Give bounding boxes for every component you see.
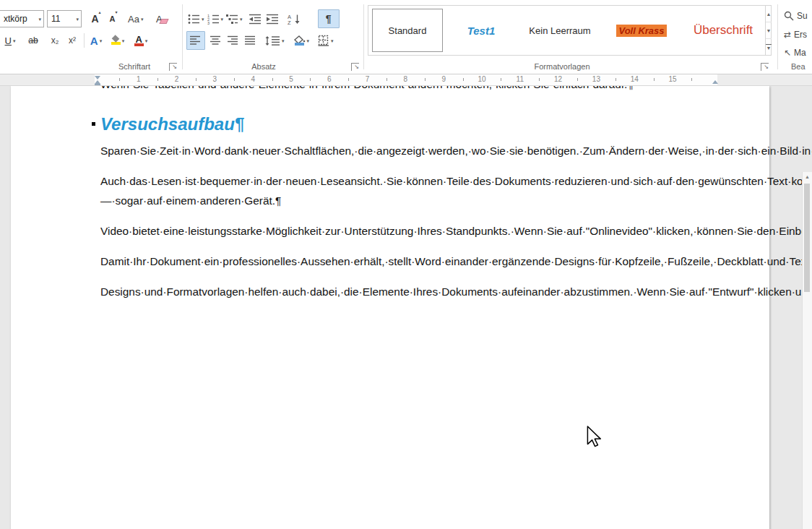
paragraph[interactable]: Auch·das·Lesen·ist·bequemer·in·der·neuen…	[100, 171, 715, 210]
chevron-down-icon[interactable]: ▾	[38, 17, 41, 22]
shading-icon	[293, 35, 306, 46]
ruler-tick	[386, 78, 387, 81]
clear-formatting-button[interactable]: A	[150, 10, 168, 27]
styles-scroll-down-button[interactable]: ▼	[766, 22, 772, 39]
document-body[interactable]: Sparen·Sie·Zeit·in·Word·dank·neuer·Schal…	[100, 141, 715, 301]
more-icon: ▼	[766, 44, 772, 51]
chevron-down-icon[interactable]: ▾	[331, 38, 334, 43]
chevron-down-icon[interactable]: ▾	[145, 38, 148, 43]
strikethrough-button[interactable]: ab	[25, 32, 42, 49]
shrink-font-button[interactable]: A ▾	[105, 10, 122, 27]
justify-button[interactable]	[242, 32, 259, 49]
style-item[interactable]: Überschrift	[683, 9, 764, 51]
styles-group-label: Formatvorlagen	[526, 62, 598, 71]
ruler-tick	[691, 78, 692, 81]
paragraph[interactable]: Video·bietet·eine·leistungsstarke·Möglic…	[100, 221, 715, 241]
paragraph-group-label: Absatz	[238, 62, 289, 71]
align-center-icon	[210, 35, 222, 46]
ruler-number: 7	[366, 75, 370, 83]
style-item[interactable]: Kein Leerraum	[519, 9, 600, 51]
document-area: Wenn·Sie·Tabellen·und·andere·Elemente·in…	[0, 86, 812, 529]
underline-button[interactable]: U ▾	[1, 32, 19, 49]
subscript-button[interactable]: x₂	[46, 32, 64, 49]
font-name-select[interactable]: xtkörp ▾	[0, 10, 44, 27]
decrease-indent-icon	[249, 14, 262, 25]
ruler-tick	[463, 78, 464, 81]
shading-color-bar	[295, 43, 304, 46]
replace-button[interactable]: ⇄ Ers	[784, 30, 807, 40]
multilevel-list-button[interactable]: ▾	[225, 10, 244, 27]
style-item[interactable]: Voll Krass	[602, 9, 681, 51]
font-size-value: 11	[51, 14, 60, 24]
highlight-color-button[interactable]: ▾	[109, 32, 126, 49]
borders-button[interactable]: ▾	[316, 32, 335, 49]
chevron-down-icon[interactable]: ▾	[282, 38, 285, 43]
scroll-up-icon[interactable]: ▲	[803, 174, 812, 179]
left-indent-marker[interactable]	[95, 84, 100, 85]
shading-button[interactable]: ▾	[292, 32, 311, 49]
mouse-cursor	[587, 426, 602, 449]
select-button[interactable]: ↖ Ma	[784, 48, 806, 58]
style-item[interactable]: Standard	[372, 9, 443, 52]
styles-more-button[interactable]: ▼	[766, 39, 772, 55]
chevron-down-icon[interactable]: ▾	[76, 17, 79, 22]
ruler-tick	[196, 78, 196, 81]
font-dialog-launcher-icon[interactable]: ↘	[169, 63, 177, 71]
first-line-indent-marker[interactable]	[95, 76, 100, 79]
increase-indent-icon	[267, 14, 279, 25]
font-toolbar-row1: xtkörp ▾ 11 ▾ A ▴ A ▾ Aa ▾ A	[0, 9, 168, 28]
editing-group-label: Bea	[791, 62, 812, 71]
decrease-indent-button[interactable]	[247, 10, 264, 27]
ruler-tick	[157, 78, 158, 81]
styles-gallery: Standard Test1 Kein Leerraum Voll Krass …	[368, 5, 772, 56]
align-right-button[interactable]	[225, 32, 242, 49]
paragraph-marks-toggle[interactable]: ¶	[318, 9, 340, 28]
font-size-select[interactable]: 11 ▾	[47, 10, 82, 27]
line-spacing-button[interactable]: ▾	[264, 32, 286, 49]
text-effects-button[interactable]: A ▾	[87, 32, 105, 49]
numbering-button[interactable]: 1 2 3 ▾	[206, 10, 225, 27]
font-group-label: Schriftart	[107, 62, 162, 71]
sort-button[interactable]: A Z	[286, 10, 303, 27]
paragraph-dialog-launcher-icon[interactable]: ↘	[351, 63, 359, 71]
font-color-button[interactable]: A ▾	[132, 32, 150, 49]
scrollbar-thumb[interactable]	[804, 184, 810, 292]
ruler-tick	[119, 78, 120, 81]
superscript-button[interactable]: x²	[64, 32, 81, 49]
vertical-scrollbar[interactable]: ▲	[802, 172, 812, 529]
multilevel-list-icon	[226, 14, 238, 25]
styles-dialog-launcher-icon[interactable]: ↘	[761, 63, 769, 71]
document-heading[interactable]: Versuchsaufbau¶	[100, 114, 715, 135]
ruler-tick	[501, 78, 501, 81]
chevron-down-icon[interactable]: ▾	[202, 17, 204, 22]
find-button[interactable]: Su	[784, 11, 808, 21]
grow-font-button[interactable]: A ▴	[87, 10, 105, 27]
increase-indent-button[interactable]	[264, 10, 282, 27]
document-page[interactable]: Wenn·Sie·Tabellen·und·andere·Elemente·in…	[11, 86, 769, 529]
chevron-down-icon[interactable]: ▾	[122, 38, 125, 43]
style-item[interactable]: Test1	[444, 9, 518, 51]
chevron-down-icon[interactable]: ▾	[13, 38, 16, 43]
clipped-top-line[interactable]: Wenn·Sie·Tabellen·und·andere·Elemente·in…	[100, 86, 715, 93]
font-toolbar-row2: U ▾ ab x₂ x² A ▾ ▾ A ▾	[1, 31, 150, 50]
styles-gallery-items: Standard Test1 Kein Leerraum Voll Krass …	[368, 6, 765, 55]
change-case-label: Aa	[128, 14, 139, 25]
bullets-button[interactable]: ▾	[186, 10, 206, 27]
chevron-down-icon[interactable]: ▾	[307, 38, 310, 43]
chevron-down-icon[interactable]: ▾	[240, 17, 243, 22]
align-left-button[interactable]	[186, 31, 205, 50]
align-center-button[interactable]	[207, 32, 225, 49]
chevron-down-icon[interactable]: ▾	[100, 38, 103, 43]
change-case-button[interactable]: Aa ▾	[126, 10, 144, 27]
ruler-tick	[654, 78, 655, 81]
paragraph[interactable]: Sparen·Sie·Zeit·in·Word·dank·neuer·Schal…	[100, 141, 715, 160]
ruler[interactable]: 123456789101112131415	[0, 74, 812, 86]
ruler-number: 11	[517, 75, 524, 83]
paragraph[interactable]: Designs·und·Formatvorlagen·helfen·auch·d…	[100, 282, 715, 301]
styles-scroll-up-button[interactable]: ▲	[766, 6, 772, 22]
chevron-down-icon[interactable]: ▾	[221, 17, 224, 22]
right-indent-marker[interactable]	[712, 80, 718, 84]
ruler-number: 15	[668, 75, 676, 83]
ruler-number: 8	[404, 75, 408, 83]
paragraph[interactable]: Damit·Ihr·Dokument·ein·professionelles·A…	[100, 251, 715, 271]
